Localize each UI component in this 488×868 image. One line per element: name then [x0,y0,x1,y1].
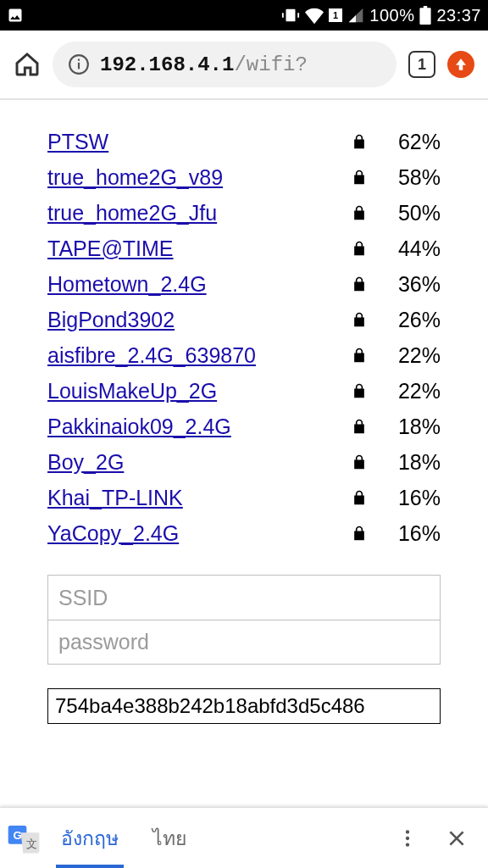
screenshot-icon [7,7,24,24]
wifi-ssid-link[interactable]: true_home2G_v89 [47,165,339,190]
wifi-network-row: LouisMakeUp_2G22% [47,373,441,409]
wifi-signal-strength: 62% [380,130,441,154]
wifi-network-row: PTSW62% [47,124,441,159]
svg-text:G: G [14,828,22,841]
google-translate-icon[interactable]: G 文 [5,820,42,857]
lock-icon [339,525,380,542]
lock-icon [339,204,380,221]
battery-percent: 100% [369,6,414,25]
wifi-network-row: TAPE@TIME44% [47,231,441,266]
wifi-signal-strength: 44% [380,236,441,261]
wifi-ssid-link[interactable]: TAPE@TIME [47,236,339,261]
translate-tab-target[interactable]: ไทย [137,808,202,868]
home-button[interactable] [14,51,41,78]
wifi-ssid-link[interactable]: LouisMakeUp_2G [47,379,339,403]
translate-tab-source[interactable]: อังกฤษ [46,808,134,868]
svg-point-8 [406,843,409,846]
translate-more-icon[interactable] [395,826,420,851]
lock-icon [339,169,380,186]
wifi-ssid-link[interactable]: aisfibre_2.4G_639870 [47,343,339,368]
lock-icon [339,133,380,150]
wifi-network-list: PTSW62%true_home2G_v8958%true_home2G_Jfu… [47,124,441,551]
sim-indicator: 1 [329,8,342,22]
ssid-input[interactable] [48,576,440,620]
wifi-ssid-link[interactable]: true_home2G_Jfu [47,201,339,225]
wifi-ssid-link[interactable]: Pakkinaiok09_2.4G [47,415,339,439]
svg-rect-1 [78,63,80,70]
wifi-icon [305,6,324,25]
lock-icon [339,347,380,364]
wifi-signal-strength: 18% [380,415,441,439]
tab-switcher-button[interactable]: 1 [408,51,435,78]
wifi-network-row: true_home2G_v8958% [47,159,441,195]
lock-icon [339,311,380,328]
wifi-signal-strength: 36% [380,272,441,297]
cell-signal-icon [347,7,364,24]
wifi-network-row: YaCopy_2.4G16% [47,515,441,551]
wifi-network-row: aisfibre_2.4G_63987022% [47,337,441,373]
wifi-network-row: Hometown_2.4G36% [47,266,441,302]
wifi-signal-strength: 16% [380,486,441,510]
wifi-signal-strength: 22% [380,379,441,403]
credentials-form [47,575,441,665]
wifi-ssid-link[interactable]: Khai_TP-LINK [47,486,339,510]
wifi-signal-strength: 18% [380,450,441,475]
lock-icon [339,275,380,292]
vibrate-icon [281,6,300,25]
wifi-ssid-link[interactable]: BigPond3902 [47,308,339,332]
url-text: 192.168.4.1/wifi? [100,53,308,76]
wifi-network-row: Khai_TP-LINK16% [47,480,441,515]
wifi-signal-strength: 50% [380,201,441,225]
wifi-ssid-link[interactable]: PTSW [47,130,339,154]
android-status-bar: 1 100% 23:37 [0,0,488,31]
wifi-network-row: Boy_2G18% [47,444,441,480]
lock-icon [339,240,380,257]
wifi-signal-strength: 16% [380,521,441,546]
api-key-field[interactable]: 754ba4e388b242b18abfd3d5c486 [47,688,441,724]
wifi-network-row: BigPond390226% [47,302,441,337]
clock-time: 23:37 [436,6,481,25]
browser-toolbar: 192.168.4.1/wifi? 1 [0,31,488,98]
wifi-ssid-link[interactable]: YaCopy_2.4G [47,521,339,546]
site-info-icon[interactable] [68,53,90,75]
battery-icon [419,6,431,25]
wifi-network-row: Pakkinaiok09_2.4G18% [47,409,441,444]
lock-icon [339,382,380,399]
wifi-ssid-link[interactable]: Hometown_2.4G [47,272,339,297]
page-content: PTSW62%true_home2G_v8958%true_home2G_Jfu… [0,100,488,724]
svg-point-6 [406,830,409,833]
lock-icon [339,489,380,506]
wifi-signal-strength: 26% [380,308,441,332]
svg-rect-2 [78,59,80,61]
google-translate-bar: G 文 อังกฤษ ไทย [0,807,488,868]
wifi-network-row: true_home2G_Jfu50% [47,195,441,231]
wifi-ssid-link[interactable]: Boy_2G [47,450,339,475]
password-input[interactable] [48,620,440,664]
wifi-signal-strength: 22% [380,343,441,368]
update-available-icon[interactable] [447,51,474,78]
address-bar[interactable]: 192.168.4.1/wifi? [53,42,396,87]
svg-point-7 [406,836,409,839]
lock-icon [339,418,380,435]
translate-close-icon[interactable] [444,826,469,851]
lock-icon [339,453,380,470]
svg-text:文: 文 [26,837,37,849]
wifi-signal-strength: 58% [380,165,441,190]
